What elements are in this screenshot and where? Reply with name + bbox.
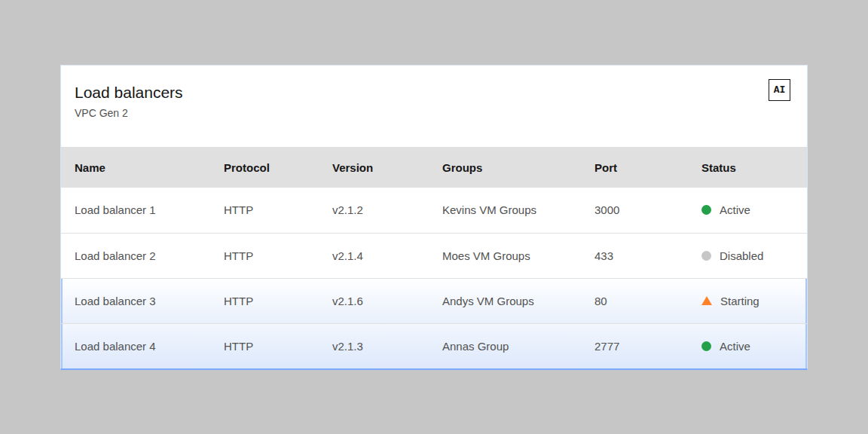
cell-port: 2777	[581, 323, 688, 368]
column-header-port: Port	[581, 147, 688, 188]
column-header-groups: Groups	[429, 147, 581, 188]
cell-status: Active	[688, 323, 807, 368]
cell-status: Starting	[688, 278, 807, 323]
cell-port: 80	[581, 278, 688, 323]
cell-status: Active	[688, 188, 807, 233]
column-header-name: Name	[61, 147, 210, 188]
load-balancers-card: Load balancers VPC Gen 2 AI Name Protoco…	[60, 65, 808, 370]
status-label: Active	[720, 203, 750, 216]
cell-port: 433	[581, 233, 688, 278]
table-row[interactable]: Load balancer 2 HTTP v2.1.4 Moes VM Grou…	[61, 233, 807, 278]
active-status-icon	[701, 205, 711, 215]
cell-protocol: HTTP	[210, 188, 319, 233]
cell-version: v2.1.3	[319, 323, 429, 368]
cell-name: Load balancer 2	[61, 233, 210, 278]
disabled-status-icon	[701, 251, 711, 261]
cell-name: Load balancer 1	[61, 188, 210, 233]
status-label: Disabled	[720, 249, 763, 262]
cell-protocol: HTTP	[210, 233, 319, 278]
table-row[interactable]: Load balancer 4 HTTP v2.1.3 Annas Group …	[61, 323, 807, 368]
cell-protocol: HTTP	[210, 278, 319, 323]
table-header-row: Name Protocol Version Groups Port Status	[61, 147, 807, 188]
load-balancers-table: Name Protocol Version Groups Port Status…	[61, 147, 807, 368]
ai-label-button[interactable]: AI	[769, 79, 790, 101]
status-label: Active	[720, 340, 750, 353]
status-label: Starting	[720, 295, 760, 307]
cell-name: Load balancer 4	[61, 323, 210, 368]
cell-name: Load balancer 3	[61, 278, 210, 323]
cell-status: Disabled	[688, 233, 807, 278]
column-header-protocol: Protocol	[210, 147, 319, 188]
column-header-status: Status	[688, 147, 807, 188]
starting-status-icon	[701, 296, 712, 305]
cell-version: v2.1.6	[319, 278, 429, 323]
cell-groups: Moes VM Groups	[429, 233, 581, 278]
page-title: Load balancers	[75, 84, 790, 102]
cell-groups: Andys VM Groups	[429, 278, 581, 323]
active-status-icon	[701, 341, 711, 351]
table-row[interactable]: Load balancer 3 HTTP v2.1.6 Andys VM Gro…	[61, 278, 807, 323]
page-subtitle: VPC Gen 2	[75, 107, 790, 119]
cell-version: v2.1.4	[319, 233, 429, 278]
table-row[interactable]: Load balancer 1 HTTP v2.1.2 Kevins VM Gr…	[61, 188, 807, 233]
cell-groups: Kevins VM Groups	[429, 188, 581, 233]
cell-protocol: HTTP	[210, 323, 319, 368]
card-header: Load balancers VPC Gen 2 AI	[61, 66, 807, 147]
cell-port: 3000	[581, 188, 688, 233]
column-header-version: Version	[319, 147, 429, 188]
cell-groups: Annas Group	[429, 323, 581, 368]
cell-version: v2.1.2	[319, 188, 429, 233]
